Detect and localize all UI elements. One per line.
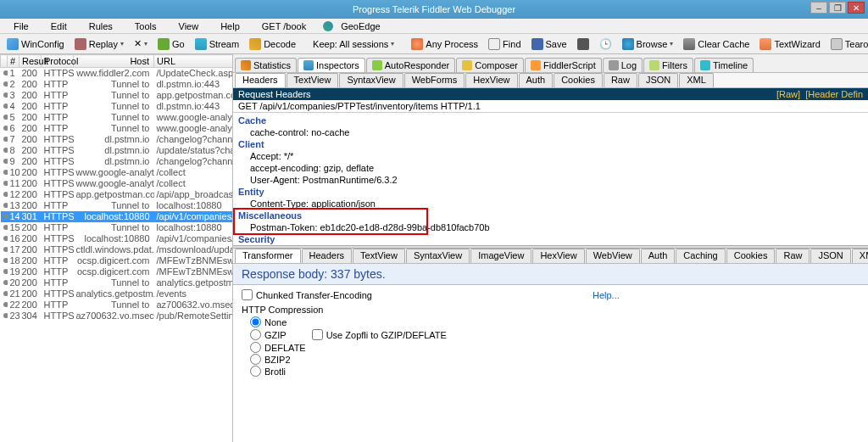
- composer-icon: [462, 60, 472, 70]
- remove-button[interactable]: ✕: [131, 37, 151, 50]
- gzip-radio[interactable]: GZIP: [250, 329, 287, 340]
- session-row[interactable]: 19200HTTPocsp.digicert.com/MFEwTzBNMEswS…: [1, 266, 234, 277]
- session-row[interactable]: 18200HTTPocsp.digicert.com/MFEwTzBNMEswS…: [1, 255, 234, 266]
- resp-tab-hexview[interactable]: HexView: [532, 249, 584, 263]
- menu-item-rules[interactable]: Rules: [79, 20, 123, 32]
- session-row[interactable]: 1200HTTPSwww.fiddler2.com/UpdateCheck.as…: [1, 68, 234, 80]
- decode-button[interactable]: Decode: [246, 37, 299, 51]
- session-row[interactable]: 3200HTTPTunnel toapp.getpostman.com:443: [1, 90, 234, 101]
- session-row[interactable]: 11200HTTPSwww.google-analyti.../collect: [1, 178, 234, 189]
- req-tab-webforms[interactable]: WebForms: [404, 73, 465, 87]
- col-result[interactable]: Result: [19, 55, 42, 68]
- req-tab-headers[interactable]: Headers: [235, 73, 286, 87]
- session-row[interactable]: 5200HTTPTunnel towww.google-analytics.co: [1, 112, 234, 123]
- menu-item-file[interactable]: File: [3, 20, 39, 32]
- tab-autoresponder[interactable]: AutoResponder: [366, 58, 455, 72]
- session-row[interactable]: 14301HTTPSlocalhost:10880/api/v1/compani…: [1, 211, 234, 222]
- session-row[interactable]: 10200HTTPSwww.google-analyti.../collect: [1, 167, 234, 178]
- session-row[interactable]: 12200HTTPSapp.getpostman.com/api/app_bro…: [1, 189, 234, 200]
- clear-cache-button[interactable]: Clear Cache: [680, 37, 753, 51]
- req-tab-hexview[interactable]: HexView: [465, 73, 517, 87]
- title-bar: Progress Telerik Fiddler Web Debugger – …: [0, 0, 868, 19]
- tab-composer[interactable]: Composer: [456, 58, 524, 72]
- tearoff-button[interactable]: Tearoff: [827, 37, 868, 51]
- resp-tab-auth[interactable]: Auth: [641, 249, 676, 263]
- any-process-button[interactable]: Any Process: [408, 37, 481, 51]
- menu-item-geoedge[interactable]: GeoEdge: [318, 20, 390, 32]
- session-row[interactable]: 2200HTTPTunnel todl.pstmn.io:443: [1, 79, 234, 90]
- req-tab-json[interactable]: JSON: [638, 73, 678, 87]
- tab-statistics[interactable]: Statistics: [235, 58, 297, 72]
- resp-tab-caching[interactable]: Caching: [676, 249, 725, 263]
- req-tab-textview[interactable]: TextView: [287, 73, 339, 87]
- timeline-icon: [700, 60, 710, 70]
- resp-tab-json[interactable]: JSON: [810, 249, 850, 263]
- req-tab-syntaxview[interactable]: SyntaxView: [339, 73, 403, 87]
- menu-item-tools[interactable]: Tools: [125, 20, 167, 32]
- brotli-radio[interactable]: Brotli: [250, 366, 860, 377]
- close-button[interactable]: ✕: [848, 2, 865, 14]
- zopfli-checkbox[interactable]: Use Zopfli to GZIP/DEFLATE: [312, 329, 447, 340]
- col-host[interactable]: Host: [74, 55, 154, 68]
- tab-filters[interactable]: Filters: [643, 58, 693, 72]
- tearoff-icon: [831, 38, 843, 50]
- req-tab-cookies[interactable]: Cookies: [554, 73, 603, 87]
- replay-button[interactable]: Replay: [71, 37, 127, 51]
- find-button[interactable]: Find: [485, 37, 524, 51]
- chunked-checkbox[interactable]: Chunked Transfer-Encoding: [242, 289, 372, 300]
- req-tab-xml[interactable]: XML: [679, 73, 714, 87]
- session-row[interactable]: 20200HTTPTunnel toanalytics.getpostman.c…: [1, 277, 234, 288]
- deflate-radio[interactable]: DEFLATE: [250, 342, 860, 353]
- stream-button[interactable]: Stream: [192, 37, 242, 51]
- go-button[interactable]: Go: [154, 37, 188, 51]
- col-num[interactable]: #: [8, 55, 19, 68]
- session-row[interactable]: 8200HTTPSdl.pstmn.io/update/status?chann…: [1, 145, 234, 156]
- save-button[interactable]: Save: [528, 37, 570, 51]
- col-url[interactable]: URL: [154, 55, 234, 68]
- resp-tab-transformer[interactable]: Transformer: [235, 249, 301, 263]
- resp-tab-cookies[interactable]: Cookies: [726, 249, 776, 263]
- replay-icon: [75, 38, 86, 50]
- session-row[interactable]: 9200HTTPSdl.pstmn.io/changelog?channel=s…: [1, 156, 234, 167]
- browse-button[interactable]: Browse: [619, 37, 677, 51]
- screenshot-button[interactable]: [574, 37, 593, 51]
- session-row[interactable]: 22200HTTPTunnel toaz700632.vo.msecnd.net: [1, 299, 234, 311]
- tab-log[interactable]: Log: [603, 58, 643, 72]
- session-row[interactable]: 4200HTTPTunnel todl.pstmn.io:443: [1, 101, 234, 112]
- target-icon: [411, 38, 423, 50]
- session-row[interactable]: 16200HTTPSlocalhost:10880/api/v1/compani…: [1, 233, 234, 244]
- tab-inspectors[interactable]: Inspectors: [298, 58, 365, 72]
- menu-item-help[interactable]: Help: [210, 20, 250, 32]
- session-row[interactable]: 17200HTTPSctldl.windows.pdat.../msdownlo…: [1, 244, 234, 255]
- session-row[interactable]: 13200HTTPTunnel tolocalhost:10880: [1, 200, 234, 211]
- bzip2-radio[interactable]: BZIP2: [250, 354, 860, 365]
- tab-fiddlerscript[interactable]: FiddlerScript: [525, 58, 602, 72]
- resp-tab-xml[interactable]: XML: [852, 249, 868, 263]
- req-tab-auth[interactable]: Auth: [519, 73, 554, 87]
- maximize-button[interactable]: ❐: [829, 2, 846, 14]
- tab-timeline[interactable]: Timeline: [694, 58, 754, 72]
- col-protocol[interactable]: Protocol: [42, 55, 74, 68]
- timer-button[interactable]: 🕒: [596, 37, 615, 51]
- menu-item-getbook[interactable]: GET /book: [252, 20, 316, 32]
- session-row[interactable]: 7200HTTPSdl.pstmn.io/changelog?channel=s…: [1, 134, 234, 145]
- resp-tab-headers[interactable]: Headers: [302, 249, 353, 263]
- resp-tab-webview[interactable]: WebView: [586, 249, 640, 263]
- textwizard-button[interactable]: TextWizard: [756, 37, 823, 51]
- req-tab-raw[interactable]: Raw: [604, 73, 637, 87]
- resp-tab-imageview[interactable]: ImageView: [470, 249, 531, 263]
- resp-tab-raw[interactable]: Raw: [776, 249, 810, 263]
- none-radio[interactable]: None: [250, 316, 860, 327]
- session-row[interactable]: 23304HTTPSaz700632.vo.msec.../pub/Remote…: [1, 311, 234, 322]
- session-row[interactable]: 15200HTTPTunnel tolocalhost:10880: [1, 222, 234, 233]
- menu-item-view[interactable]: View: [169, 20, 209, 32]
- resp-tab-textview[interactable]: TextView: [353, 249, 405, 263]
- keep-sessions-dropdown[interactable]: Keep: All sessions: [309, 38, 398, 50]
- session-row[interactable]: 6200HTTPTunnel towww.google-analytics.co: [1, 123, 234, 134]
- minimize-button[interactable]: –: [810, 2, 827, 14]
- help-link[interactable]: Help...: [593, 290, 620, 300]
- menu-item-edit[interactable]: Edit: [41, 20, 77, 32]
- winconfig-button[interactable]: WinConfig: [3, 37, 68, 51]
- resp-tab-syntaxview[interactable]: SyntaxView: [406, 249, 470, 263]
- session-row[interactable]: 21200HTTPSanalytics.getpostm.../events: [1, 288, 234, 299]
